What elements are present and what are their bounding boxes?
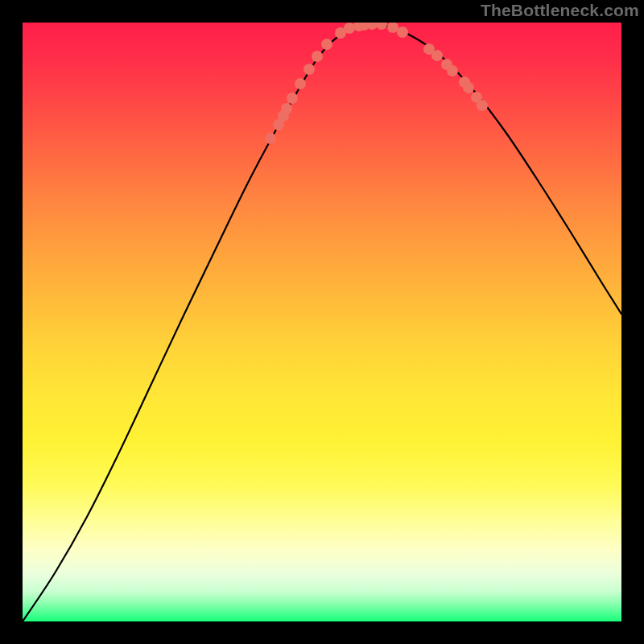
highlight-dot <box>447 65 458 76</box>
attribution-watermark: TheBottleneck.com <box>481 1 639 20</box>
chart-svg <box>23 23 621 621</box>
highlight-dot <box>344 23 355 34</box>
highlight-dot <box>265 133 276 144</box>
highlight-dot <box>477 100 488 111</box>
bottleneck-curve <box>23 24 621 621</box>
highlight-dots-group <box>265 23 488 144</box>
highlight-dot <box>303 64 315 75</box>
highlight-dot <box>463 82 474 93</box>
highlight-dot <box>321 39 332 50</box>
highlight-dot <box>431 50 443 61</box>
highlight-dot <box>376 23 387 30</box>
highlight-dot <box>387 23 398 33</box>
highlight-dot <box>281 103 292 114</box>
highlight-dot <box>397 27 408 38</box>
chart-plot-area <box>23 23 621 621</box>
highlight-dot <box>295 78 306 89</box>
highlight-dot <box>312 51 323 62</box>
highlight-dot <box>287 93 298 104</box>
